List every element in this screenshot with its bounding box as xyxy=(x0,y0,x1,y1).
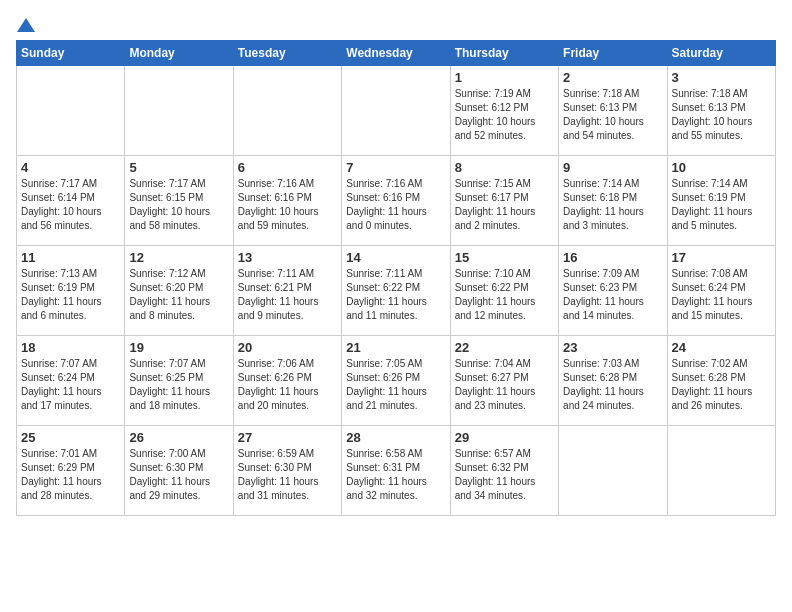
logo xyxy=(16,16,36,30)
day-number: 24 xyxy=(672,340,771,355)
day-number: 6 xyxy=(238,160,337,175)
calendar-cell: 10Sunrise: 7:14 AM Sunset: 6:19 PM Dayli… xyxy=(667,156,775,246)
calendar-cell: 20Sunrise: 7:06 AM Sunset: 6:26 PM Dayli… xyxy=(233,336,341,426)
calendar-cell: 16Sunrise: 7:09 AM Sunset: 6:23 PM Dayli… xyxy=(559,246,667,336)
calendar-week-row: 25Sunrise: 7:01 AM Sunset: 6:29 PM Dayli… xyxy=(17,426,776,516)
calendar-cell: 8Sunrise: 7:15 AM Sunset: 6:17 PM Daylig… xyxy=(450,156,558,246)
calendar-cell: 4Sunrise: 7:17 AM Sunset: 6:14 PM Daylig… xyxy=(17,156,125,246)
calendar-cell: 26Sunrise: 7:00 AM Sunset: 6:30 PM Dayli… xyxy=(125,426,233,516)
day-number: 18 xyxy=(21,340,120,355)
day-number: 12 xyxy=(129,250,228,265)
day-info: Sunrise: 6:59 AM Sunset: 6:30 PM Dayligh… xyxy=(238,447,337,503)
day-number: 2 xyxy=(563,70,662,85)
day-info: Sunrise: 7:07 AM Sunset: 6:24 PM Dayligh… xyxy=(21,357,120,413)
calendar-cell: 14Sunrise: 7:11 AM Sunset: 6:22 PM Dayli… xyxy=(342,246,450,336)
header-wednesday: Wednesday xyxy=(342,41,450,66)
day-info: Sunrise: 7:06 AM Sunset: 6:26 PM Dayligh… xyxy=(238,357,337,413)
day-number: 3 xyxy=(672,70,771,85)
day-info: Sunrise: 7:01 AM Sunset: 6:29 PM Dayligh… xyxy=(21,447,120,503)
day-info: Sunrise: 7:17 AM Sunset: 6:14 PM Dayligh… xyxy=(21,177,120,233)
day-number: 8 xyxy=(455,160,554,175)
day-number: 5 xyxy=(129,160,228,175)
day-number: 28 xyxy=(346,430,445,445)
day-info: Sunrise: 7:12 AM Sunset: 6:20 PM Dayligh… xyxy=(129,267,228,323)
header-friday: Friday xyxy=(559,41,667,66)
calendar-cell: 2Sunrise: 7:18 AM Sunset: 6:13 PM Daylig… xyxy=(559,66,667,156)
day-info: Sunrise: 7:09 AM Sunset: 6:23 PM Dayligh… xyxy=(563,267,662,323)
calendar-cell: 3Sunrise: 7:18 AM Sunset: 6:13 PM Daylig… xyxy=(667,66,775,156)
calendar-cell xyxy=(559,426,667,516)
header-tuesday: Tuesday xyxy=(233,41,341,66)
header-thursday: Thursday xyxy=(450,41,558,66)
day-info: Sunrise: 7:19 AM Sunset: 6:12 PM Dayligh… xyxy=(455,87,554,143)
calendar-cell: 9Sunrise: 7:14 AM Sunset: 6:18 PM Daylig… xyxy=(559,156,667,246)
day-number: 11 xyxy=(21,250,120,265)
day-number: 9 xyxy=(563,160,662,175)
calendar-cell: 23Sunrise: 7:03 AM Sunset: 6:28 PM Dayli… xyxy=(559,336,667,426)
day-info: Sunrise: 6:58 AM Sunset: 6:31 PM Dayligh… xyxy=(346,447,445,503)
calendar-cell: 15Sunrise: 7:10 AM Sunset: 6:22 PM Dayli… xyxy=(450,246,558,336)
day-info: Sunrise: 7:10 AM Sunset: 6:22 PM Dayligh… xyxy=(455,267,554,323)
day-number: 17 xyxy=(672,250,771,265)
day-info: Sunrise: 7:04 AM Sunset: 6:27 PM Dayligh… xyxy=(455,357,554,413)
header-sunday: Sunday xyxy=(17,41,125,66)
day-number: 19 xyxy=(129,340,228,355)
calendar-cell xyxy=(233,66,341,156)
calendar-cell: 18Sunrise: 7:07 AM Sunset: 6:24 PM Dayli… xyxy=(17,336,125,426)
day-number: 1 xyxy=(455,70,554,85)
day-info: Sunrise: 6:57 AM Sunset: 6:32 PM Dayligh… xyxy=(455,447,554,503)
day-info: Sunrise: 7:15 AM Sunset: 6:17 PM Dayligh… xyxy=(455,177,554,233)
calendar-cell xyxy=(17,66,125,156)
svg-marker-0 xyxy=(17,18,35,32)
calendar-cell: 28Sunrise: 6:58 AM Sunset: 6:31 PM Dayli… xyxy=(342,426,450,516)
day-info: Sunrise: 7:14 AM Sunset: 6:18 PM Dayligh… xyxy=(563,177,662,233)
day-info: Sunrise: 7:18 AM Sunset: 6:13 PM Dayligh… xyxy=(563,87,662,143)
calendar-cell: 5Sunrise: 7:17 AM Sunset: 6:15 PM Daylig… xyxy=(125,156,233,246)
calendar-header-row: SundayMondayTuesdayWednesdayThursdayFrid… xyxy=(17,41,776,66)
day-info: Sunrise: 7:16 AM Sunset: 6:16 PM Dayligh… xyxy=(346,177,445,233)
day-info: Sunrise: 7:11 AM Sunset: 6:21 PM Dayligh… xyxy=(238,267,337,323)
day-number: 20 xyxy=(238,340,337,355)
calendar-cell xyxy=(342,66,450,156)
day-number: 10 xyxy=(672,160,771,175)
logo-icon xyxy=(17,16,35,34)
calendar-cell xyxy=(667,426,775,516)
day-number: 27 xyxy=(238,430,337,445)
day-info: Sunrise: 7:11 AM Sunset: 6:22 PM Dayligh… xyxy=(346,267,445,323)
calendar-week-row: 11Sunrise: 7:13 AM Sunset: 6:19 PM Dayli… xyxy=(17,246,776,336)
day-info: Sunrise: 7:16 AM Sunset: 6:16 PM Dayligh… xyxy=(238,177,337,233)
calendar-cell: 27Sunrise: 6:59 AM Sunset: 6:30 PM Dayli… xyxy=(233,426,341,516)
calendar-week-row: 18Sunrise: 7:07 AM Sunset: 6:24 PM Dayli… xyxy=(17,336,776,426)
calendar-table: SundayMondayTuesdayWednesdayThursdayFrid… xyxy=(16,40,776,516)
calendar-cell: 1Sunrise: 7:19 AM Sunset: 6:12 PM Daylig… xyxy=(450,66,558,156)
day-info: Sunrise: 7:03 AM Sunset: 6:28 PM Dayligh… xyxy=(563,357,662,413)
day-number: 13 xyxy=(238,250,337,265)
day-info: Sunrise: 7:14 AM Sunset: 6:19 PM Dayligh… xyxy=(672,177,771,233)
calendar-cell: 22Sunrise: 7:04 AM Sunset: 6:27 PM Dayli… xyxy=(450,336,558,426)
day-number: 29 xyxy=(455,430,554,445)
day-number: 4 xyxy=(21,160,120,175)
day-number: 26 xyxy=(129,430,228,445)
calendar-cell: 6Sunrise: 7:16 AM Sunset: 6:16 PM Daylig… xyxy=(233,156,341,246)
calendar-cell xyxy=(125,66,233,156)
calendar-cell: 25Sunrise: 7:01 AM Sunset: 6:29 PM Dayli… xyxy=(17,426,125,516)
day-info: Sunrise: 7:02 AM Sunset: 6:28 PM Dayligh… xyxy=(672,357,771,413)
calendar-cell: 24Sunrise: 7:02 AM Sunset: 6:28 PM Dayli… xyxy=(667,336,775,426)
calendar-cell: 29Sunrise: 6:57 AM Sunset: 6:32 PM Dayli… xyxy=(450,426,558,516)
day-info: Sunrise: 7:08 AM Sunset: 6:24 PM Dayligh… xyxy=(672,267,771,323)
day-info: Sunrise: 7:18 AM Sunset: 6:13 PM Dayligh… xyxy=(672,87,771,143)
calendar-cell: 13Sunrise: 7:11 AM Sunset: 6:21 PM Dayli… xyxy=(233,246,341,336)
calendar-cell: 12Sunrise: 7:12 AM Sunset: 6:20 PM Dayli… xyxy=(125,246,233,336)
day-number: 22 xyxy=(455,340,554,355)
calendar-cell: 17Sunrise: 7:08 AM Sunset: 6:24 PM Dayli… xyxy=(667,246,775,336)
calendar-cell: 19Sunrise: 7:07 AM Sunset: 6:25 PM Dayli… xyxy=(125,336,233,426)
calendar-week-row: 1Sunrise: 7:19 AM Sunset: 6:12 PM Daylig… xyxy=(17,66,776,156)
header-monday: Monday xyxy=(125,41,233,66)
page-header xyxy=(16,16,776,30)
day-info: Sunrise: 7:07 AM Sunset: 6:25 PM Dayligh… xyxy=(129,357,228,413)
day-info: Sunrise: 7:00 AM Sunset: 6:30 PM Dayligh… xyxy=(129,447,228,503)
day-number: 21 xyxy=(346,340,445,355)
day-info: Sunrise: 7:13 AM Sunset: 6:19 PM Dayligh… xyxy=(21,267,120,323)
day-info: Sunrise: 7:17 AM Sunset: 6:15 PM Dayligh… xyxy=(129,177,228,233)
header-saturday: Saturday xyxy=(667,41,775,66)
